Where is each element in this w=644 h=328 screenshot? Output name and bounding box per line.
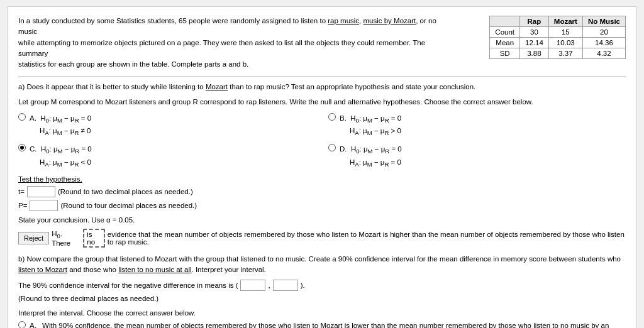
option-d-h0: H0: μM − μR = 0 — [351, 145, 402, 153]
table-row-count: Count 30 15 20 — [490, 27, 626, 38]
radio-c[interactable] — [18, 144, 26, 151]
mozart-highlight: Mozart — [206, 83, 228, 90]
option-c-h0: H0: μM − μR = 0 — [41, 145, 92, 153]
hypothesis-option-a[interactable]: A. H0: μM − μR = 0 HA: μM − μR ≠ 0 — [18, 112, 316, 138]
data-table: Rap Mozart No Music Count 30 15 20 Mean … — [489, 16, 626, 59]
table-header-rap: Rap — [520, 16, 549, 27]
hypothesis-grid: A. H0: μM − μR = 0 HA: μM − μR ≠ 0 B. H0… — [18, 112, 626, 169]
table-cell-count-mozart: 15 — [548, 27, 582, 38]
option-c-ha: HA: μM − μR < 0 — [30, 158, 91, 166]
highlight-rap: rap music — [328, 17, 359, 25]
table-header-empty — [490, 16, 520, 27]
h0-label: H0. There — [52, 230, 80, 247]
main-container: In a study conducted by some Statistics … — [8, 6, 636, 328]
hypothesis-content-b: B. H0: μM − μR = 0 HA: μM − μR > 0 — [340, 112, 401, 138]
ci-upper-input[interactable] — [273, 280, 298, 291]
interpret-title: Interpret the interval. Choose the corre… — [18, 309, 626, 317]
table-cell-count-nomusic: 20 — [582, 27, 625, 38]
test-section: Test the hypothesis. t= (Round to two de… — [18, 175, 626, 211]
ci-text-before: The 90% confidence interval for the nega… — [18, 282, 238, 289]
hypothesis-content-c: C. H0: μM − μR = 0 HA: μM − μR < 0 — [30, 143, 92, 169]
conclusion-row: Reject H0. There is no evidence that the… — [18, 229, 626, 248]
hypothesis-content-d: D. H0: μM − μR = 0 HA: μM − μR = 0 — [340, 143, 402, 169]
option-label-a: A. — [30, 114, 38, 122]
ci-comma: , — [268, 282, 270, 289]
radio-a[interactable] — [18, 113, 26, 121]
divider-1 — [18, 76, 626, 77]
option-a-ha: HA: μM − μR ≠ 0 — [30, 127, 91, 134]
reject-button[interactable]: Reject — [18, 232, 49, 244]
t-label: t= — [18, 188, 25, 195]
p-input[interactable] — [30, 200, 58, 211]
option-label-b: B. — [340, 114, 348, 122]
table-cell-mean-nomusic: 14.36 — [582, 38, 625, 48]
highlight-mozart: music by Mozart — [363, 17, 416, 25]
let-group-text: Let group M correspond to Mozart listene… — [18, 97, 626, 107]
table-cell-sd-rap: 3.88 — [520, 48, 549, 59]
state-conclusion-label: State your conclusion. Use α = 0.05. — [18, 216, 626, 224]
interpret-text-a: With 90% confidence, the mean number of … — [42, 320, 626, 328]
intro-section: In a study conducted by some Statistics … — [18, 16, 626, 70]
confidence-interval-row: The 90% confidence interval for the nega… — [18, 280, 626, 291]
option-b-ha: HA: μM − μR > 0 — [340, 127, 401, 134]
table-cell-mean-mozart: 10.03 — [548, 38, 582, 48]
table-cell-sd-nomusic: 4.32 — [582, 48, 625, 59]
ci-end: ). — [301, 282, 305, 289]
option-d-ha: HA: μM − μR = 0 — [340, 158, 401, 166]
t-input[interactable] — [27, 186, 55, 197]
radio-interpret-a[interactable] — [18, 321, 26, 328]
interpret-label-a: A. — [30, 320, 38, 328]
test-title: Test the hypothesis. — [18, 175, 626, 183]
is-no-box: is no — [83, 229, 104, 248]
listen-mozart-highlight: listen to Mozart — [18, 266, 67, 273]
hypothesis-content-a: A. H0: μM − μR = 0 HA: μM − μR ≠ 0 — [30, 112, 91, 138]
table-cell-sd-label: SD — [490, 48, 520, 59]
part-a-question: a) Does it appear that it is better to s… — [18, 82, 626, 92]
radio-b[interactable] — [328, 113, 336, 121]
table-row-sd: SD 3.88 3.37 4.32 — [490, 48, 626, 59]
radio-d[interactable] — [328, 144, 336, 151]
round-note-ci: (Round to three decimal places as needed… — [18, 293, 626, 304]
hypothesis-option-b[interactable]: B. H0: μM − μR = 0 HA: μM − μR > 0 — [328, 112, 626, 138]
t-note: (Round to two decimal places as needed.) — [58, 188, 193, 195]
option-label-d: D. — [340, 145, 349, 153]
ci-lower-input[interactable] — [240, 280, 265, 291]
intro-text: In a study conducted by some Statistics … — [18, 16, 446, 70]
table-cell-count-rap: 30 — [520, 27, 549, 38]
conclusion-rest: evidence that the mean number of objects… — [108, 231, 626, 246]
option-a-h0: H0: μM − μR = 0 — [40, 114, 91, 122]
interpret-option-a[interactable]: A. With 90% confidence, the mean number … — [18, 320, 626, 328]
part-b-title: b) Now compare the group that listened t… — [18, 254, 626, 276]
option-label-c: C. — [30, 145, 39, 153]
p-label: P= — [18, 202, 27, 209]
table-header-mozart: Mozart — [548, 16, 582, 27]
table-cell-mean-label: Mean — [490, 38, 520, 48]
option-b-h0: H0: μM − μR = 0 — [350, 114, 401, 122]
t-stat-row: t= (Round to two decimal places as neede… — [18, 186, 626, 197]
part-b-section: b) Now compare the group that listened t… — [18, 254, 626, 304]
table-cell-count-label: Count — [490, 27, 520, 38]
table-header-nomusic: No Music — [582, 16, 625, 27]
table-cell-mean-rap: 12.14 — [520, 38, 549, 48]
hypothesis-option-d[interactable]: D. H0: μM − μR = 0 HA: μM − μR = 0 — [328, 143, 626, 169]
listen-nomusic-highlight: listen to no music at all — [118, 266, 191, 273]
p-val-row: P= (Round to four decimal places as need… — [18, 200, 626, 211]
hypothesis-option-c[interactable]: C. H0: μM − μR = 0 HA: μM − μR < 0 — [18, 143, 316, 169]
table-cell-sd-mozart: 3.37 — [548, 48, 582, 59]
table-row-mean: Mean 12.14 10.03 14.36 — [490, 38, 626, 48]
p-note: (Round to four decimal places as needed.… — [60, 202, 197, 209]
